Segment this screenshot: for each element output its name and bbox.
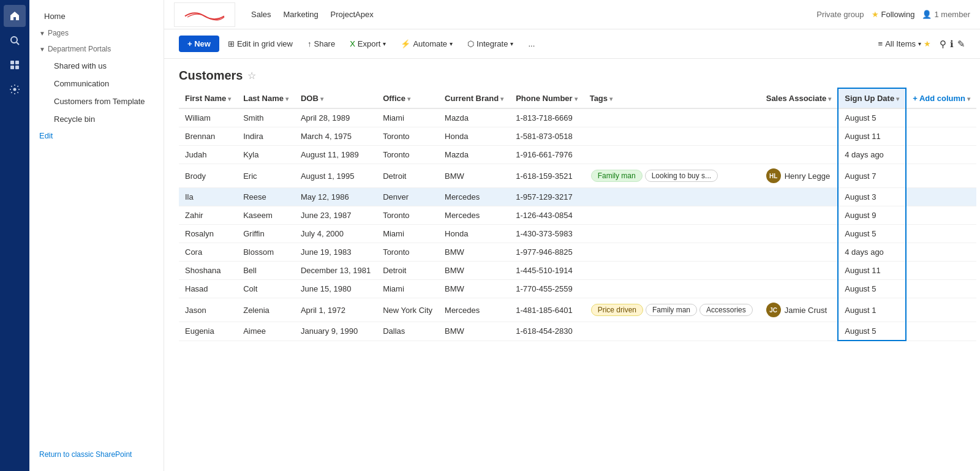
table-row[interactable]: Judah Kyla August 11, 1989 Toronto Mazda… (179, 146, 976, 164)
cell-first: Eugenia (179, 322, 237, 341)
col-office[interactable]: Office▾ (377, 88, 439, 108)
table-row[interactable]: William Smith April 28, 1989 Miami Mazda… (179, 108, 976, 127)
col-associate[interactable]: Sales Associate▾ (760, 88, 839, 108)
logo-tab[interactable] (174, 2, 235, 27)
associate-cell: HL Henry Legge (766, 168, 832, 183)
cell-brand: Honda (439, 127, 510, 146)
col-phone[interactable]: Phone Number▾ (510, 88, 583, 108)
sidebar: Home ▼ Pages ▼ Department Portals Shared… (29, 0, 164, 471)
nav-apps-icon[interactable] (4, 54, 26, 76)
cell-first: Brennan (179, 127, 237, 146)
table-row[interactable]: Ila Reese May 12, 1986 Denver Mercedes 1… (179, 188, 976, 206)
tab-projectapex[interactable]: ProjectApex (325, 7, 380, 21)
table-row[interactable]: Rosalyn Griffin July 4, 2000 Miami Honda… (179, 225, 976, 243)
sidebar-pages-section[interactable]: ▼ Pages (29, 25, 164, 41)
cell-signup: August 11 (838, 127, 906, 146)
cell-first: Rosalyn (179, 225, 237, 243)
cell-phone: 1-126-443-0854 (510, 206, 583, 225)
col-last-name[interactable]: Last Name▾ (237, 88, 295, 108)
add-col-chevron: ▾ (967, 96, 970, 102)
cell-tags (584, 188, 760, 206)
table-row[interactable]: Shoshana Bell December 13, 1981 Detroit … (179, 262, 976, 280)
cell-office: New York City (377, 298, 439, 322)
tab-sales[interactable]: Sales (245, 7, 277, 21)
cell-signup: August 7 (838, 164, 906, 188)
table-row[interactable]: Cora Blossom June 19, 1983 Toronto BMW 1… (179, 243, 976, 262)
sidebar-home[interactable]: Home (34, 8, 159, 24)
cell-associate (760, 243, 839, 262)
customers-table: First Name▾ Last Name▾ DOB▾ Office▾ Curr… (179, 88, 976, 341)
tag: Family man (591, 170, 643, 182)
cell-tags: Family manLooking to buy s... (584, 164, 760, 188)
table-row[interactable]: Zahir Kaseem June 23, 1987 Toronto Merce… (179, 206, 976, 225)
cell-office: Detroit (377, 262, 439, 280)
sidebar-dept-section[interactable]: ▼ Department Portals (29, 41, 164, 57)
cell-add (906, 146, 976, 164)
col-brand[interactable]: Current Brand▾ (439, 88, 510, 108)
sidebar-communication[interactable]: Communication (34, 75, 159, 92)
cell-brand: Mazda (439, 108, 510, 127)
integrate-button[interactable]: ⬡ Integrate ▾ (461, 36, 519, 52)
col-tags[interactable]: Tags▾ (584, 88, 760, 108)
cell-phone: 1-813-718-6669 (510, 108, 583, 127)
table-row[interactable]: Eugenia Aimee January 9, 1990 Dallas BMW… (179, 322, 976, 341)
new-button[interactable]: + New (179, 36, 219, 52)
nav-home-icon[interactable] (4, 5, 26, 27)
sidebar-shared[interactable]: Shared with us (34, 58, 159, 74)
col-signup[interactable]: Sign Up Date▾ (838, 88, 906, 108)
members-count: 👤 1 member (922, 10, 970, 19)
all-items-button[interactable]: ≡ All Items ▾ ★ (873, 37, 936, 51)
more-button[interactable]: ... (522, 36, 541, 52)
col-first-name[interactable]: First Name▾ (179, 88, 237, 108)
cell-tags (584, 146, 760, 164)
tab-marketing[interactable]: Marketing (277, 7, 325, 21)
cell-last: Aimee (237, 322, 295, 341)
table-row[interactable]: Jason Zelenia April 1, 1972 New York Cit… (179, 298, 976, 322)
col-add[interactable]: + Add column▾ (906, 88, 976, 108)
person-icon: 👤 (922, 10, 932, 19)
cell-tags: Price drivenFamily manAccessories (584, 298, 760, 322)
sort-icon-last: ▾ (285, 96, 288, 102)
export-button[interactable]: X Export ▾ (344, 36, 392, 52)
col-dob[interactable]: DOB▾ (295, 88, 377, 108)
cell-first: Hasad (179, 280, 237, 298)
cell-office: Denver (377, 188, 439, 206)
table-row[interactable]: Brody Eric August 1, 1995 Detroit BMW 1-… (179, 164, 976, 188)
table-row[interactable]: Brennan Indira March 4, 1975 Toronto Hon… (179, 127, 976, 146)
cell-last: Eric (237, 164, 295, 188)
sort-icon-office: ▾ (407, 96, 410, 102)
svg-rect-2 (10, 61, 14, 64)
cell-dob: August 1, 1995 (295, 164, 377, 188)
cell-tags (584, 280, 760, 298)
following-star-icon: ★ (872, 10, 879, 19)
sidebar-return[interactable]: Return to classic SharePoint (29, 445, 164, 464)
sidebar-customers-template[interactable]: Customers from Template (34, 93, 159, 110)
filter-icon[interactable]: ⚲ (940, 39, 946, 50)
main-content: Sales Marketing ProjectApex Private grou… (164, 0, 980, 471)
edit-grid-button[interactable]: ⊞ Edit in grid view (222, 36, 299, 52)
cell-first: Shoshana (179, 262, 237, 280)
nav-search-icon[interactable] (4, 29, 26, 51)
title-star-icon[interactable]: ☆ (247, 70, 256, 81)
following-button[interactable]: ★ Following (872, 10, 915, 19)
svg-rect-5 (15, 66, 19, 69)
table-row[interactable]: Hasad Colt June 15, 1980 Miami BMW 1-770… (179, 280, 976, 298)
cell-add (906, 188, 976, 206)
edit-icon[interactable]: ✎ (957, 39, 965, 50)
cell-office: Miami (377, 225, 439, 243)
info-icon[interactable]: ℹ (950, 39, 954, 50)
automate-button[interactable]: ⚡ Automate ▾ (394, 36, 459, 52)
cell-associate (760, 146, 839, 164)
sidebar-edit[interactable]: Edit (29, 128, 164, 143)
sidebar-recycle[interactable]: Recycle bin (34, 111, 159, 127)
cell-phone: 1-445-510-1914 (510, 262, 583, 280)
svg-rect-4 (10, 66, 14, 69)
share-button[interactable]: ↑ Share (301, 36, 341, 52)
cell-dob: April 28, 1989 (295, 108, 377, 127)
integrate-icon: ⬡ (467, 39, 474, 48)
cell-last: Bell (237, 262, 295, 280)
automate-chevron-icon: ▾ (450, 40, 453, 47)
nav-settings-icon[interactable] (4, 78, 26, 100)
cell-first: William (179, 108, 237, 127)
cell-brand: BMW (439, 243, 510, 262)
